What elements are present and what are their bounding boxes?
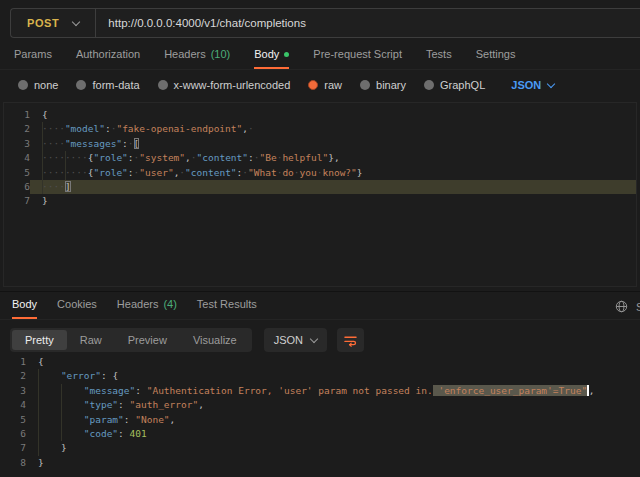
code-token: "messages" [65,138,122,149]
url-input[interactable]: http://0.0.0.0:4000/v1/chat/completions [96,17,306,29]
chevron-down-icon [310,334,318,342]
response-tab-body[interactable]: Body [12,298,37,319]
code-token: "Be [259,152,276,163]
code-token: "auth_error" [130,399,199,410]
view-tab-visualize[interactable]: Visualize [180,330,250,350]
tab-settings[interactable]: Settings [476,48,516,69]
code-token: "code" [84,428,118,439]
indent-guide [42,166,43,180]
indent-guide [65,151,66,165]
line-number: 2 [4,122,30,136]
editor-line: 6 "code": 401 [0,427,640,441]
section-divider [0,291,640,292]
tab-pre-request-script[interactable]: Pre-request Script [313,48,402,69]
response-body-editor[interactable]: 1{2 "error": {3 "message": "Authenticati… [0,355,640,476]
radio-icon [308,80,318,90]
response-format-label: JSON [274,334,303,346]
indent-guide [42,180,43,194]
code-token: "fake-openai-endpoint" [116,123,242,134]
view-tab-pretty[interactable]: Pretty [12,330,67,350]
response-tabs: BodyCookiesHeaders(4)Test Results [12,298,257,319]
code-token: "content" [197,152,248,163]
code-line: } [26,441,640,455]
code-token: "role" [94,152,128,163]
code-token: 'enforce_user_param'=True" [433,385,587,396]
body-type-label: raw [324,79,342,91]
body-type-label: binary [376,79,406,91]
body-type-none[interactable]: none [18,79,58,91]
code-line: ····] [30,180,636,194]
code-line: ····"messages":·[ [30,137,636,151]
line-number: 5 [0,413,26,427]
code-token: } [61,442,67,453]
body-type-x-www-form-urlencoded[interactable]: x-www-form-urlencoded [158,79,291,91]
code-token: · [128,138,134,149]
line-number: 7 [4,194,30,208]
editor-line: 7} [4,194,636,208]
tab-params[interactable]: Params [14,48,52,69]
editor-line: 4 "type": "auth_error", [0,398,640,412]
radio-icon [158,80,168,90]
code-token: 401 [130,428,147,439]
line-number: 4 [0,398,26,412]
code-line: } [30,194,636,208]
code-token [38,370,61,381]
line-number: 8 [0,456,26,470]
body-type-raw[interactable]: raw [308,79,342,91]
body-type-label: form-data [92,79,139,91]
editor-line: 2 "error": { [0,369,640,383]
response-tab-headers[interactable]: Headers(4) [117,298,177,319]
view-tab-preview[interactable]: Preview [115,330,180,350]
tab-label: Params [14,48,52,60]
response-tab-cookies[interactable]: Cookies [57,298,97,319]
code-line: ········{"role":·"system",·"content":·"B… [30,151,636,165]
view-tab-raw[interactable]: Raw [67,330,115,350]
tab-label: Body [254,48,279,60]
body-type-binary[interactable]: binary [360,79,406,91]
body-type-form-data[interactable]: form-data [76,79,139,91]
method-selector[interactable]: POST [11,9,95,37]
radio-icon [76,80,86,90]
raw-type-selector[interactable]: JSON [511,79,554,91]
code-token: , [198,399,204,410]
code-token: { [112,370,118,381]
code-token: , [589,385,595,396]
response-format-selector[interactable]: JSON [264,328,327,352]
tab-label: Authorization [76,48,140,60]
globe-icon[interactable] [615,300,628,313]
code-token: "What [248,167,277,178]
code-token: ] [65,181,71,192]
wrap-text-button[interactable] [337,328,364,352]
tab-count-badge: (10) [211,48,231,60]
code-line: ········{"role":·"user",·"content":·"Wha… [30,166,636,180]
tab-authorization[interactable]: Authorization [76,48,140,69]
code-token: : [118,428,129,439]
tab-tests[interactable]: Tests [426,48,452,69]
code-line: { [26,355,640,369]
editor-line: 3····"messages":·[ [4,137,636,151]
response-view-tabs: PrettyRawPreviewVisualize [10,328,252,352]
editor-line: 6····] [4,180,636,194]
editor-line: 7 } [0,441,640,455]
line-number: 7 [0,441,26,455]
code-token: "param" [84,414,124,425]
code-line: ····"model":·"fake-openai-endpoint",· [30,122,636,136]
code-token: "error" [61,370,101,381]
body-type-options: noneform-datax-www-form-urlencodedrawbin… [18,79,485,91]
green-dot-icon [284,52,289,57]
request-tabs: ParamsAuthorizationHeaders(10)BodyPre-re… [0,48,640,70]
editor-line: 1{ [0,355,640,369]
code-token: you [300,167,317,178]
line-number: 2 [0,369,26,383]
editor-line: 5 "param": "None", [0,413,640,427]
code-token: : [124,414,135,425]
body-type-graphql[interactable]: GraphQL [424,79,485,91]
tab-label: Headers [164,48,206,60]
code-token: } [357,167,363,178]
response-tab-test-results[interactable]: Test Results [197,298,257,319]
indent-guide [42,137,43,151]
code-line: { [30,108,636,122]
request-body-editor[interactable]: 1{2····"model":·"fake-openai-endpoint",·… [3,102,637,287]
tab-headers[interactable]: Headers(10) [164,48,230,69]
tab-body[interactable]: Body [254,48,289,69]
